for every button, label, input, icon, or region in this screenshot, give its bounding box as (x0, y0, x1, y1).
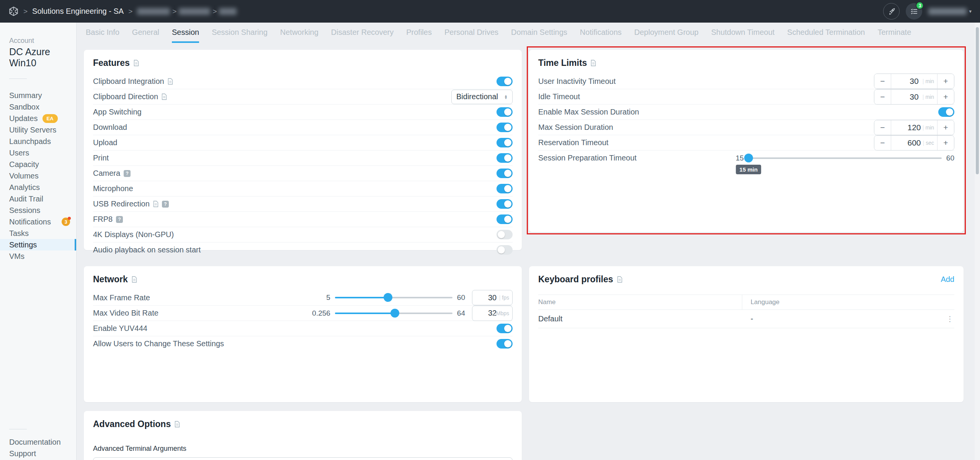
slider-handle[interactable]: 15 min (744, 154, 753, 162)
tab-terminate[interactable]: Terminate (877, 28, 911, 43)
frp8-toggle[interactable] (497, 214, 513, 224)
app-switching-toggle[interactable] (497, 107, 513, 117)
sidebar-item-notifications[interactable]: Notifications3 (0, 216, 76, 228)
settings-row: Max Video Bit Rate0.2566432|Mbps (93, 305, 513, 321)
max-video-bit-rate-value-box[interactable]: 32|Mbps (472, 306, 513, 321)
decrement-button[interactable]: − (874, 74, 891, 88)
download-toggle[interactable] (497, 123, 513, 132)
tab-session-sharing[interactable]: Session Sharing (212, 28, 268, 43)
tab-disaster-recovery[interactable]: Disaster Recovery (331, 28, 394, 43)
sidebar-item-tasks[interactable]: Tasks (0, 228, 76, 239)
tab-notifications[interactable]: Notifications (580, 28, 622, 43)
slider-track[interactable] (335, 313, 452, 314)
sidebar-item-sessions[interactable]: Sessions (0, 205, 76, 216)
increment-button[interactable]: + (937, 74, 954, 88)
usb-redirection-toggle[interactable] (497, 199, 513, 209)
row-label: Audio playback on session start (93, 246, 201, 254)
doc-icon[interactable] (617, 276, 622, 283)
doc-icon[interactable] (134, 60, 139, 66)
help-icon[interactable]: ? (116, 216, 123, 223)
sidebar-item-analytics[interactable]: Analytics (0, 182, 76, 193)
help-icon[interactable]: ? (124, 170, 131, 177)
enable-yuv444-toggle[interactable] (497, 324, 513, 333)
sidebar-item-vms[interactable]: VMs (0, 250, 76, 262)
sidebar-item-updates[interactable]: UpdatesEA (0, 113, 76, 124)
enable-max-session-duration-toggle[interactable] (938, 107, 954, 117)
sidebar-item-support[interactable]: Support (0, 448, 76, 459)
upload-toggle[interactable] (497, 138, 513, 147)
slider-track[interactable] (335, 297, 452, 298)
tab-session[interactable]: Session (172, 28, 199, 43)
breadcrumb-redacted-segment[interactable] (179, 8, 210, 15)
doc-icon[interactable] (591, 60, 596, 66)
doc-icon[interactable] (162, 93, 167, 100)
sidebar-item-audit-trail[interactable]: Audit Trail (0, 193, 76, 205)
tab-basic-info[interactable]: Basic Info (86, 28, 119, 43)
increment-button[interactable]: + (937, 90, 954, 104)
print-toggle[interactable] (497, 153, 513, 163)
tasks-button[interactable]: 3 (906, 3, 922, 20)
slider-track[interactable]: 15 min (748, 157, 942, 159)
tab-general[interactable]: General (132, 28, 159, 43)
table-row[interactable]: Default-⋮ (538, 310, 954, 328)
allow-users-to-change-these-settings-toggle[interactable] (497, 339, 513, 349)
microphone-toggle[interactable] (497, 184, 513, 193)
decrement-button[interactable]: − (874, 136, 891, 150)
sidebar-item-sandbox[interactable]: Sandbox (0, 101, 76, 113)
increment-button[interactable]: + (937, 136, 954, 150)
slider-handle[interactable] (384, 293, 392, 302)
sidebar-item-volumes[interactable]: Volumes (0, 170, 76, 182)
sidebar-item-documentation[interactable]: Documentation (0, 436, 76, 448)
increment-button[interactable]: + (937, 120, 954, 135)
toggle-knob (504, 139, 511, 146)
decrement-button[interactable]: − (874, 120, 891, 135)
clipboard-direction-select[interactable]: Bidirectional▲▼ (451, 90, 513, 104)
sidebar-divider (9, 429, 27, 429)
doc-icon[interactable] (153, 201, 158, 207)
add-keyboard-profile-button[interactable]: Add (941, 275, 954, 284)
max-frame-rate-value-box[interactable]: 30|fps (472, 290, 513, 305)
decrement-button[interactable]: − (874, 90, 891, 104)
app-logo-cube-icon[interactable] (8, 6, 19, 16)
toggle-knob (504, 200, 511, 208)
breadcrumb-redacted-segment[interactable] (219, 8, 237, 15)
audio-playback-on-session-start-toggle[interactable] (497, 245, 513, 255)
breadcrumb-redacted-segment[interactable] (137, 8, 170, 15)
tab-deployment-group[interactable]: Deployment Group (634, 28, 699, 43)
quick-launch-button[interactable] (883, 3, 900, 20)
help-icon[interactable]: ? (162, 201, 169, 208)
row-control: 0.2566432|Mbps (312, 306, 513, 321)
stepper-value[interactable]: 120|min (891, 120, 937, 135)
tab-domain-settings[interactable]: Domain Settings (511, 28, 567, 43)
user-menu[interactable]: ▾ (928, 8, 972, 15)
doc-icon[interactable] (175, 421, 180, 427)
tab-personal-drives[interactable]: Personal Drives (444, 28, 498, 43)
camera-toggle[interactable] (497, 169, 513, 178)
clipboard-integration-toggle[interactable] (497, 77, 513, 86)
stepper-value[interactable]: 600|sec (891, 136, 937, 150)
tab-profiles[interactable]: Profiles (406, 28, 432, 43)
slider-handle[interactable] (390, 309, 399, 318)
sidebar-item-users[interactable]: Users (0, 147, 76, 159)
sidebar-item-launchpads[interactable]: Launchpads (0, 136, 76, 147)
tab-shutdown-timeout[interactable]: Shutdown Timeout (711, 28, 775, 43)
tab-scheduled-termination[interactable]: Scheduled Termination (787, 28, 865, 43)
doc-icon[interactable] (132, 276, 137, 283)
main-content: Basic InfoGeneralSessionSession SharingN… (77, 23, 980, 460)
breadcrumb-org[interactable]: Solutions Engineering - SA (32, 7, 124, 16)
4k-displays-non-gpu-toggle[interactable] (497, 230, 513, 239)
toggle-knob (504, 108, 511, 116)
stepper-value[interactable]: 30|min (891, 74, 937, 88)
doc-icon[interactable] (168, 78, 173, 85)
sidebar-item-utility-servers[interactable]: Utility Servers (0, 124, 76, 136)
scrollbar-thumb[interactable] (976, 27, 979, 174)
tab-networking[interactable]: Networking (280, 28, 318, 43)
advanced-terminal-arguments-input[interactable] (93, 457, 513, 460)
row-control (497, 138, 513, 147)
sidebar-item-capacity[interactable]: Capacity (0, 159, 76, 170)
vertical-scrollbar[interactable] (975, 23, 980, 460)
stepper-value[interactable]: 30|min (891, 90, 937, 104)
sidebar-item-summary[interactable]: Summary (0, 90, 76, 101)
kebab-menu-icon[interactable]: ⋮ (946, 314, 954, 323)
sidebar-item-settings[interactable]: Settings (0, 239, 76, 250)
